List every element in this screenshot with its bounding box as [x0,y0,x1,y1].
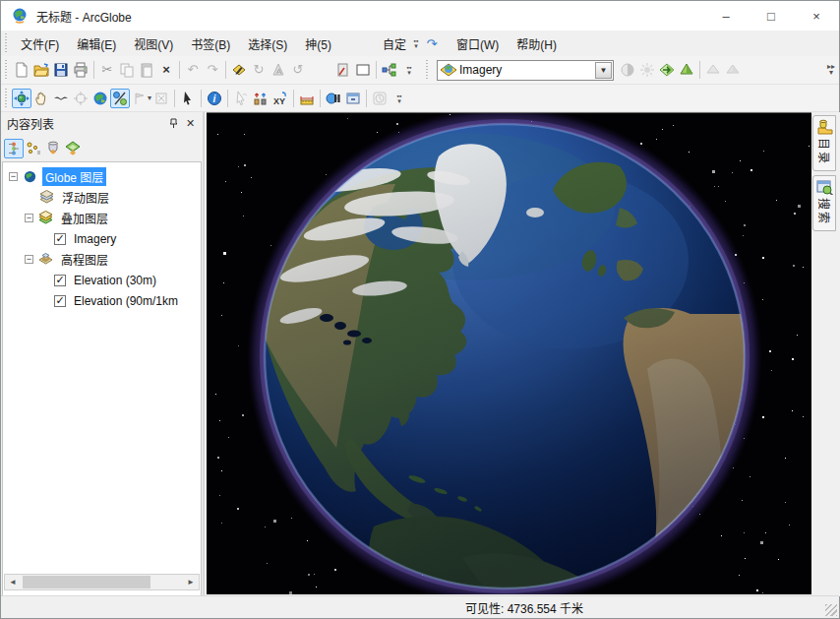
standard-toolbar-grip[interactable] [4,60,9,80]
flicker-layer-icon[interactable] [677,60,696,80]
new-document-icon[interactable] [12,60,31,80]
rotate-ccw-icon[interactable]: ↺ [288,60,308,80]
globe-viewport[interactable] [207,112,811,594]
menu-view[interactable]: 视图(V) [125,31,182,56]
hyperlink-flag-icon[interactable] [130,89,150,108]
page-view-icon[interactable] [333,60,353,80]
menu-window[interactable]: 窗口(W) [448,31,508,56]
tree-item-floating-layers[interactable]: 浮动图层 [3,187,201,208]
imagery-toolbar-grip[interactable] [425,60,430,80]
select-features-icon[interactable] [178,89,198,108]
delete-icon[interactable]: × [156,60,176,80]
tree-item-draped-layers[interactable]: 叠加图层 [3,208,201,228]
label-tool-icon[interactable]: A [269,60,288,80]
list-by-visibility-icon[interactable] [43,139,63,158]
pyramid-prev-icon[interactable] [703,60,723,80]
menu-selection[interactable]: 选择(S) [239,31,296,56]
copy-icon[interactable] [117,60,137,80]
search-tab[interactable]: 搜索 [812,175,836,231]
layout-view-icon[interactable] [353,60,373,80]
tree-label-floating-layers[interactable]: 浮动图层 [59,188,112,207]
tree-expander-icon[interactable] [9,172,18,181]
tree-expander-icon[interactable] [25,214,33,222]
open-folder-icon[interactable] [31,60,51,80]
resize-grip[interactable] [825,604,837,616]
menu-customize[interactable]: 自定 [374,31,408,56]
redo-curve-icon[interactable]: ↷ [424,35,440,51]
redo-icon[interactable]: ↷ [203,60,222,80]
brightness-icon[interactable] [637,60,657,80]
tree-item-elevation-layers[interactable]: 高程图层 [3,249,201,270]
menu-edit[interactable]: 编辑(E) [68,31,125,56]
measure-icon[interactable] [297,89,317,108]
row2-overflow-icon[interactable]: ▪▪▾ [390,89,409,108]
zoom-target-icon[interactable] [151,89,171,108]
tree-label-draped-layers[interactable]: 叠加图层 [58,209,111,227]
row1-overflow-icon[interactable]: ▸▸▾ [825,64,839,76]
navigation-toolbar-grip[interactable] [4,89,9,108]
menu-bookmarks[interactable]: 书签(B) [182,31,239,56]
layer-combo-dropdown[interactable]: ▼ [595,62,612,79]
imagery-checkbox[interactable] [54,233,66,245]
viewer-manager-icon[interactable] [343,89,363,108]
tree-item-imagery[interactable]: Imagery [3,228,201,249]
list-by-selection-icon[interactable] [63,139,83,158]
maximize-button[interactable]: □ [749,1,794,31]
print-icon[interactable] [71,60,90,80]
elevation-90m-checkbox[interactable] [54,295,66,307]
navigation-mode-icon[interactable] [110,89,130,108]
tree-label-elevation-90m[interactable]: Elevation (90m/1km [71,293,181,309]
toc-close-icon[interactable]: ✕ [182,115,199,132]
tree-item-elevation-90m[interactable]: Elevation (90m/1km [3,290,201,311]
scroll-right-icon[interactable]: ► [183,575,199,589]
list-by-drawing-order-icon[interactable] [4,139,24,158]
tree-expander-icon[interactable] [25,255,33,264]
elevation-30m-checkbox[interactable] [54,275,66,286]
navigate-tool-icon[interactable] [12,89,31,108]
menubar-grip[interactable] [4,33,9,53]
scroll-left-icon[interactable]: ◄ [5,575,21,589]
identify-icon[interactable]: i [205,89,224,108]
titlebar[interactable]: 无标题 - ArcGlobe – □ × [1,1,839,31]
paste-icon[interactable] [137,60,156,80]
model-builder-icon[interactable] [380,60,399,80]
menu-file[interactable]: 文件(F) [12,31,68,56]
cut-icon[interactable]: ✂ [97,60,117,80]
menu-geoprocessing[interactable]: 抻(5) [296,31,340,56]
toc-horizontal-scrollbar[interactable]: ◄ ► [4,574,200,590]
tree-label-elevation-layers[interactable]: 高程图层 [58,250,111,269]
close-button[interactable]: × [794,1,839,31]
tree-item-globe-layers[interactable]: Globe 图层 [3,166,201,187]
swipe-layer-icon[interactable] [657,60,677,80]
animation-clock-icon[interactable] [370,89,390,108]
menu-help[interactable]: 帮助(H) [508,31,566,56]
list-by-source-icon[interactable] [24,139,43,158]
contrast-icon[interactable] [618,60,637,80]
tree-item-elevation-30m[interactable]: Elevation (30m) [3,270,201,290]
pin-icon[interactable] [165,115,182,132]
catalog-tab[interactable]: 目录 [812,115,836,171]
find-icon[interactable] [251,89,270,108]
save-icon[interactable] [51,60,71,80]
toc-header[interactable]: 内容列表 ✕ [1,112,203,135]
toolbar-options-icon[interactable]: ▪▪▾ [399,60,419,80]
tree-label-imagery[interactable]: Imagery [71,231,119,247]
minimize-button[interactable]: – [703,1,749,31]
fly-tool-icon[interactable] [51,89,71,108]
undo-icon[interactable]: ↶ [183,60,203,80]
go-to-xy-icon[interactable]: XY [270,89,290,108]
pyramid-next-icon[interactable] [723,60,743,80]
center-target-icon[interactable] [71,89,90,108]
scrollbar-thumb[interactable] [23,576,150,588]
tree-label-elevation-30m[interactable]: Elevation (30m) [71,273,159,288]
full-extent-icon[interactable] [90,89,110,108]
tree-label-globe-layers[interactable]: Globe 图层 [42,167,106,186]
toolbar-overflow-icon[interactable]: ▪▪▾ [408,35,424,51]
html-popup-icon[interactable] [231,89,251,108]
rotate-cw-icon[interactable]: ↻ [249,60,269,80]
add-data-icon[interactable] [229,60,249,80]
pan-tool-icon[interactable] [31,89,51,108]
layer-combo[interactable]: Imagery ▼ [437,60,614,81]
viewer-window-icon[interactable] [324,89,343,108]
earth-globe[interactable] [207,113,811,594]
